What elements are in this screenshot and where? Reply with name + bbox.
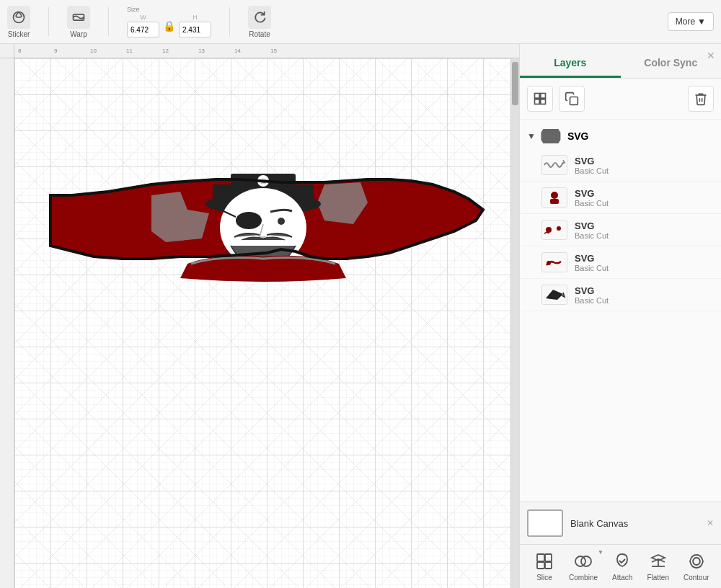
layer-item-3[interactable]: SVG Basic Cut bbox=[520, 214, 721, 246]
more-button[interactable]: More ▼ bbox=[668, 12, 714, 31]
combine-icon bbox=[573, 551, 593, 571]
svg-rect-13 bbox=[541, 94, 546, 99]
tab-layers[interactable]: Layers bbox=[520, 50, 621, 78]
ruler-horizontal: 8 9 10 11 12 13 14 15 bbox=[14, 44, 519, 58]
combine-label: Combine bbox=[569, 574, 598, 582]
panel-tabs: Layers Color Sync ✕ bbox=[520, 44, 721, 79]
layers-tab-label: Layers bbox=[554, 57, 586, 68]
group-name: SVG bbox=[567, 130, 589, 142]
svg-rect-15 bbox=[541, 99, 546, 104]
layer-info-3: SVG Basic Cut bbox=[575, 220, 714, 240]
svg-point-8 bbox=[236, 212, 262, 229]
ruler-h-15: 15 bbox=[270, 48, 277, 54]
layer-name-3: SVG bbox=[575, 220, 714, 231]
rotate-tool[interactable]: Rotate bbox=[248, 6, 271, 38]
combine-dropdown-icon: ▼ bbox=[598, 549, 603, 556]
duplicate-button[interactable] bbox=[559, 86, 585, 112]
scrollbar-thumb[interactable] bbox=[512, 62, 518, 105]
warp-tool[interactable]: Warp bbox=[67, 6, 90, 38]
svg-rect-23 bbox=[545, 554, 552, 561]
layer-name-5: SVG bbox=[575, 285, 714, 296]
panel-close-icon[interactable]: ✕ bbox=[707, 50, 715, 61]
top-toolbar: Sticker Warp Size W 🔒 H bbox=[0, 0, 721, 44]
ruler-h-9: 9 bbox=[54, 48, 57, 54]
group-chevron-icon: ▼ bbox=[527, 131, 536, 141]
svg-rect-16 bbox=[570, 97, 578, 105]
svg-rect-22 bbox=[537, 554, 544, 561]
layer-item-4[interactable]: SVG Basic Cut bbox=[520, 246, 721, 279]
panel-tabs-wrapper: Layers Color Sync ✕ bbox=[520, 44, 721, 79]
w-label: W bbox=[140, 14, 146, 21]
chevron-down-icon: ▼ bbox=[697, 17, 706, 27]
size-label: Size bbox=[127, 6, 211, 13]
ruler-corner bbox=[0, 44, 14, 58]
attach-button[interactable]: Attach bbox=[605, 548, 640, 585]
layer-info-4: SVG Basic Cut bbox=[575, 253, 714, 272]
artwork-container[interactable]: ☠ bbox=[36, 152, 490, 299]
scrollbar-vertical[interactable] bbox=[510, 58, 519, 588]
warp-label: Warp bbox=[70, 30, 87, 38]
layer-type-2: Basic Cut bbox=[575, 199, 714, 208]
color-sync-tab-label: Color Sync bbox=[644, 57, 697, 68]
flatten-label: Flatten bbox=[647, 574, 669, 582]
panel-bottom-toolbar: Slice Combine ▼ bbox=[520, 544, 721, 588]
layer-name-4: SVG bbox=[575, 253, 714, 264]
ruler-vertical bbox=[0, 44, 14, 588]
svg-rect-18 bbox=[550, 199, 559, 204]
group-thumb bbox=[540, 129, 562, 143]
ruler-h-11: 11 bbox=[126, 48, 133, 54]
lock-icon[interactable]: 🔒 bbox=[163, 20, 175, 32]
slice-icon bbox=[534, 551, 554, 571]
layer-item-5[interactable]: SVG Basic Cut bbox=[520, 279, 721, 311]
svg-rect-24 bbox=[537, 562, 544, 569]
main-area: 8 9 10 11 12 13 14 15 bbox=[0, 44, 721, 588]
sticker-label: Sticker bbox=[8, 30, 30, 38]
svg-point-21 bbox=[547, 261, 551, 265]
sep2 bbox=[108, 7, 109, 36]
layer-type-3: Basic Cut bbox=[575, 231, 714, 240]
grid-canvas[interactable]: ☠ bbox=[14, 58, 519, 588]
layer-name-2: SVG bbox=[575, 188, 714, 199]
slice-label: Slice bbox=[536, 574, 552, 582]
svg-point-17 bbox=[551, 192, 558, 199]
svg-point-11 bbox=[278, 218, 285, 225]
layer-type-5: Basic Cut bbox=[575, 296, 714, 305]
layer-thumb-3 bbox=[541, 220, 567, 240]
h-label: H bbox=[193, 14, 198, 21]
height-input[interactable] bbox=[179, 22, 211, 37]
layer-item-2[interactable]: SVG Basic Cut bbox=[520, 182, 721, 214]
layer-thumb-4 bbox=[541, 252, 567, 272]
delete-button[interactable] bbox=[688, 86, 714, 112]
contour-label: Contour bbox=[684, 574, 709, 582]
slice-button[interactable]: Slice bbox=[527, 548, 562, 585]
warp-icon bbox=[67, 6, 90, 29]
svg-point-27 bbox=[581, 556, 591, 566]
blank-canvas-close[interactable]: ✕ bbox=[707, 518, 714, 528]
sep3 bbox=[229, 7, 230, 36]
sticker-tool[interactable]: Sticker bbox=[7, 6, 30, 38]
blank-canvas-item[interactable]: Blank Canvas ✕ bbox=[520, 502, 721, 544]
rotate-icon bbox=[248, 6, 271, 29]
layer-group-header[interactable]: ▼ SVG bbox=[520, 123, 721, 149]
size-group: Size W 🔒 H bbox=[127, 6, 211, 37]
blank-canvas-thumb bbox=[527, 509, 563, 537]
layer-type-1: Basic Cut bbox=[575, 166, 714, 175]
canvas-area[interactable]: 8 9 10 11 12 13 14 15 bbox=[0, 44, 519, 588]
ruler-h-13: 13 bbox=[198, 48, 205, 54]
ruler-h-8: 8 bbox=[18, 48, 21, 54]
right-panel: Layers Color Sync ✕ bbox=[519, 44, 721, 588]
layer-thumb-1 bbox=[541, 155, 567, 175]
ruler-h-12: 12 bbox=[162, 48, 169, 54]
layer-type-4: Basic Cut bbox=[575, 264, 714, 272]
group-button[interactable] bbox=[527, 86, 553, 112]
attach-icon bbox=[612, 551, 632, 571]
layer-item-1[interactable]: SVG Basic Cut bbox=[520, 149, 721, 182]
ruler-h-10: 10 bbox=[90, 48, 97, 54]
width-input[interactable] bbox=[127, 22, 159, 37]
flatten-button[interactable]: Flatten bbox=[640, 548, 676, 585]
layer-thumb-5 bbox=[541, 285, 567, 305]
layer-name-1: SVG bbox=[575, 156, 714, 166]
combine-button[interactable]: Combine ▼ bbox=[562, 548, 605, 585]
contour-button[interactable]: Contour bbox=[676, 548, 717, 585]
artwork-svg: ☠ bbox=[36, 152, 490, 296]
